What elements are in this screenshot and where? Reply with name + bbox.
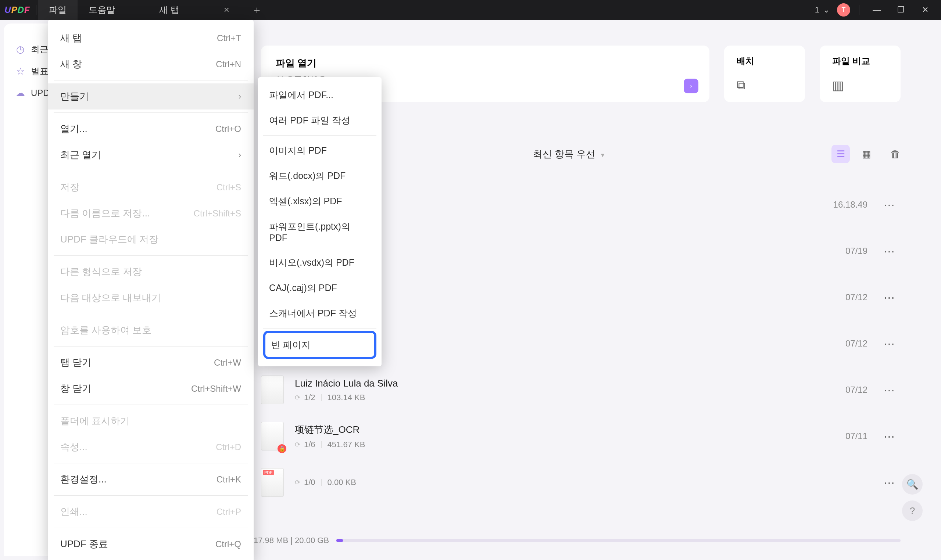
separator bbox=[54, 112, 248, 113]
separator bbox=[54, 405, 248, 405]
card-compare[interactable]: 파일 비교 ▥ bbox=[820, 46, 901, 102]
menu-save-cloud: UPDF 클라우드에 저장 bbox=[48, 226, 254, 252]
separator bbox=[54, 346, 248, 346]
sort-label[interactable]: 최신 항목 우선 ▾ bbox=[533, 148, 604, 161]
submenu-caj-pdf[interactable]: CAJ(.caj)의 PDF bbox=[258, 275, 382, 301]
submenu-blank-page[interactable]: 빈 페이지 bbox=[263, 331, 376, 359]
menu-preferences[interactable]: 환경설정...Ctrl+K bbox=[48, 466, 254, 492]
chevron-down-icon: ⌄ bbox=[823, 5, 830, 15]
submenu-excel-pdf[interactable]: 엑셀(.xlsx)의 PDF bbox=[258, 189, 382, 214]
menu-help[interactable]: 도움말 bbox=[77, 0, 126, 20]
more-icon[interactable]: ⋯ bbox=[878, 245, 901, 258]
file-thumbnail bbox=[261, 468, 284, 497]
file-thumbnail: 🔒 bbox=[261, 422, 284, 451]
more-icon[interactable]: ⋯ bbox=[878, 198, 901, 211]
more-icon[interactable]: ⋯ bbox=[878, 337, 901, 350]
file-menu-dropdown: 새 탭Ctrl+T 새 창Ctrl+N 만들기› 열기...Ctrl+O 최근 … bbox=[48, 20, 254, 560]
submenu-multi-pdf[interactable]: 여러 PDF 파일 작성 bbox=[258, 108, 382, 133]
card-open-title: 파일 열기 bbox=[276, 57, 695, 69]
file-date: 07/12 bbox=[794, 385, 867, 395]
menu-file[interactable]: 파일 bbox=[38, 0, 77, 20]
menu-save: 저장Ctrl+S bbox=[48, 174, 254, 200]
separator bbox=[54, 495, 248, 496]
submenu-visio-pdf[interactable]: 비시오(.vsdx)의 PDF bbox=[258, 250, 382, 275]
add-tab-button[interactable]: ＋ bbox=[241, 3, 273, 17]
file-meta: ⟳1/6451.67 KB bbox=[295, 440, 783, 449]
menu-open[interactable]: 열기...Ctrl+O bbox=[48, 116, 254, 142]
maximize-button[interactable]: ❐ bbox=[892, 2, 909, 18]
separator bbox=[263, 328, 376, 329]
file-row[interactable]: ⟳1/00.00 KB ⋯ bbox=[261, 459, 901, 506]
file-title: Luiz Inácio Lula da Silva bbox=[295, 378, 783, 389]
menu-recent-open[interactable]: 최근 열기› bbox=[48, 142, 254, 168]
minimize-button[interactable]: — bbox=[868, 2, 885, 18]
menu-close-tab[interactable]: 탭 닫기Ctrl+W bbox=[48, 349, 254, 375]
separator bbox=[54, 314, 248, 314]
app-logo: UPDF bbox=[0, 5, 35, 15]
submenu-scanner-pdf[interactable]: 스캐너에서 PDF 작성 bbox=[258, 301, 382, 326]
window-count-dropdown[interactable]: 1 ⌄ bbox=[815, 5, 830, 15]
batch-icon: ⧉ bbox=[737, 78, 793, 92]
file-meta: ⟳1/2103.14 KB bbox=[295, 393, 783, 402]
menu-close-window[interactable]: 창 닫기Ctrl+Shift+W bbox=[48, 375, 254, 402]
separator bbox=[54, 463, 248, 463]
separator bbox=[263, 135, 376, 135]
file-row[interactable]: Luiz Inácio Lula da Silva ⟳1/2103.14 KB … bbox=[261, 367, 901, 413]
menu-new-tab[interactable]: 새 탭Ctrl+T bbox=[48, 25, 254, 51]
view-list-button[interactable]: ☰ bbox=[832, 145, 850, 163]
refresh-icon: ⟳ bbox=[295, 478, 300, 486]
chevron-down-icon: ▾ bbox=[601, 151, 604, 159]
help-button[interactable]: ? bbox=[902, 500, 923, 521]
compare-icon: ▥ bbox=[832, 78, 888, 92]
file-date: 07/11 bbox=[794, 431, 867, 441]
chevron-right-icon: › bbox=[239, 150, 241, 160]
menu-print: 인쇄...Ctrl+P bbox=[48, 498, 254, 525]
submenu-image-pdf[interactable]: 이미지의 PDF bbox=[258, 138, 382, 163]
search-button[interactable]: 🔍 bbox=[902, 474, 923, 495]
more-icon[interactable]: ⋯ bbox=[878, 384, 901, 397]
more-icon[interactable]: ⋯ bbox=[878, 476, 901, 489]
clock-icon: ◷ bbox=[15, 44, 26, 55]
cloud-icon: ☁ bbox=[15, 88, 26, 98]
file-date: 07/19 bbox=[794, 246, 867, 256]
menu-new-window[interactable]: 새 창Ctrl+N bbox=[48, 51, 254, 77]
divider bbox=[859, 5, 859, 15]
title-bar: UPDF 파일 도움말 새 탭 ✕ ＋ 1 ⌄ T — ❐ ✕ bbox=[0, 0, 941, 20]
more-icon[interactable]: ⋯ bbox=[878, 291, 901, 304]
view-grid-button[interactable]: ▦ bbox=[857, 145, 876, 163]
submenu-from-file[interactable]: 파일에서 PDF... bbox=[258, 82, 382, 108]
separator bbox=[54, 80, 248, 80]
menu-quit[interactable]: UPDF 종료Ctrl+Q bbox=[48, 531, 254, 557]
card-batch[interactable]: 배치 ⧉ bbox=[724, 46, 805, 102]
menu-save-other: 다른 형식으로 저장 bbox=[48, 259, 254, 285]
menu-properties: 속성...Ctrl+D bbox=[48, 434, 254, 460]
separator bbox=[54, 528, 248, 528]
storage-text: 17.98 MB | 20.00 GB bbox=[254, 536, 329, 545]
storage-bar: 17.98 MB | 20.00 GB bbox=[254, 536, 901, 545]
lock-icon: 🔒 bbox=[277, 444, 286, 453]
close-window-button[interactable]: ✕ bbox=[917, 2, 934, 18]
create-submenu: 파일에서 PDF... 여러 PDF 파일 작성 이미지의 PDF 워드(.do… bbox=[258, 77, 382, 366]
menu-show-folder: 폴더에 표시하기 bbox=[48, 408, 254, 434]
submenu-word-pdf[interactable]: 워드(.docx)의 PDF bbox=[258, 163, 382, 189]
storage-progress bbox=[336, 539, 901, 542]
submenu-ppt-pdf[interactable]: 파워포인트(.pptx)의 PDF bbox=[258, 214, 382, 250]
file-main: Luiz Inácio Lula da Silva ⟳1/2103.14 KB bbox=[295, 378, 783, 402]
arrow-right-icon[interactable]: › bbox=[684, 78, 698, 93]
file-meta: ⟳1/00.00 KB bbox=[295, 478, 783, 487]
file-thumbnail bbox=[261, 375, 284, 404]
trash-icon[interactable]: 🗑 bbox=[890, 148, 901, 160]
file-main: 项链节选_OCR ⟳1/6451.67 KB bbox=[295, 423, 783, 449]
refresh-icon: ⟳ bbox=[295, 394, 300, 402]
menu-create[interactable]: 만들기› bbox=[48, 83, 254, 109]
file-title: 项链节选_OCR bbox=[295, 423, 783, 436]
tab-label: 새 탭 bbox=[159, 4, 179, 16]
file-row[interactable]: 🔒 项链节选_OCR ⟳1/6451.67 KB 07/11 ⋯ bbox=[261, 413, 901, 459]
separator bbox=[54, 255, 248, 256]
user-avatar[interactable]: T bbox=[837, 3, 850, 17]
file-date: 07/12 bbox=[794, 338, 867, 349]
more-icon[interactable]: ⋯ bbox=[878, 430, 901, 443]
menu-save-as: 다름 이름으로 저장...Ctrl+Shift+S bbox=[48, 200, 254, 226]
tab-new[interactable]: 새 탭 ✕ bbox=[148, 0, 241, 20]
close-icon[interactable]: ✕ bbox=[223, 6, 230, 14]
